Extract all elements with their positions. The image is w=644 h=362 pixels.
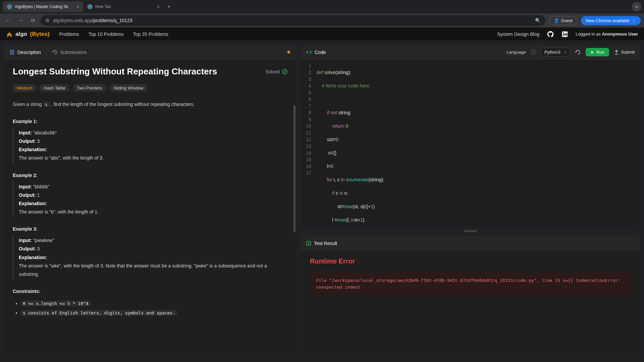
logo-icon [6,31,13,38]
nav-top10[interactable]: Top 10 Problems [89,32,124,37]
example-2: Example 2: Input: "bbbbb" Output: 1 Expl… [13,173,288,218]
reset-icon[interactable] [575,49,581,55]
window-controls [632,2,641,11]
problem-title: Longest Substring Without Repeating Char… [13,66,217,77]
tab-submissions[interactable]: Submissions [52,50,87,55]
app-header: algo {Bytes} Problems Top 10 Problems To… [0,27,644,41]
description-body: Longest Substring Without Repeating Char… [4,60,297,358]
browser-chrome: 🌐 AlgoBytes | Master Coding Sk × 🌐 New T… [0,0,644,27]
panel-resize-handle[interactable] [301,229,640,233]
divider [46,49,47,56]
globe-icon: 🌐 [87,4,93,9]
topic-tag[interactable]: Hash Table [40,84,69,92]
github-icon[interactable] [547,31,554,38]
main-layout: Description Submissions ★ Longest Substr… [0,41,644,362]
nav-problems[interactable]: Problems [59,32,79,37]
tab-title: AlgoBytes | Master Coding Sk [15,4,74,9]
problem-description: Given a string s , find the length of th… [13,101,288,109]
check-square-icon [306,241,311,246]
chrome-update-button[interactable]: New Chrome available ⋮ [581,16,641,25]
code-panel-header: Code Language i Python3 Run [301,45,640,60]
header-right: System Design Blog Logged in as Anonymou… [497,31,638,38]
result-panel: Test Result Runtime Error File "/workspa… [301,236,640,358]
line-gutter: 1234567891011121314151617 [301,62,317,223]
language-label: Language [506,50,526,55]
check-circle-icon [282,69,288,75]
constraints-heading: Constraints: [13,289,288,294]
tab-strip: 🌐 AlgoBytes | Master Coding Sk × 🌐 New T… [0,0,644,13]
tab-title: New Tab [95,4,154,9]
upload-icon [614,50,619,55]
description-panel-header: Description Submissions ★ [4,45,297,60]
back-button[interactable]: ← [3,16,13,25]
minimize-icon[interactable] [632,2,641,11]
tab-test-result[interactable]: Test Result [306,241,337,246]
code-panel: Code Language i Python3 Run [301,45,640,226]
reload-button[interactable]: ⟳ [29,16,37,25]
svg-point-2 [563,32,564,33]
topic-tag[interactable]: Sliding Window [109,84,147,92]
linkedin-icon[interactable] [561,31,568,38]
description-panel: Description Submissions ★ Longest Substr… [4,45,297,358]
result-panel-header: Test Result [301,236,640,251]
code-content[interactable]: def solve(string): # Write your code her… [317,62,640,223]
constraints-list: 0 <= s.length <= 5 * 10^4 s consists of … [13,299,288,317]
nav-blog[interactable]: System Design Blog [497,32,539,37]
right-column: Code Language i Python3 Run [301,45,640,358]
logged-in-status: Logged in as Anonymous User [576,32,638,37]
close-icon[interactable]: × [157,4,160,9]
language-select[interactable]: Python3 [541,48,570,57]
code-icon [306,49,312,55]
history-icon [52,50,57,55]
nav-top25[interactable]: Top 25 Problems [133,32,168,37]
code-editor[interactable]: 1234567891011121314151617 def solve(stri… [301,60,640,226]
star-icon[interactable]: ★ [286,49,291,56]
person-icon: 👤 [554,18,559,23]
tab-description[interactable]: Description [9,50,41,55]
play-icon [590,50,594,54]
browser-tab-active[interactable]: 🌐 AlgoBytes | Master Coding Sk × [3,1,83,12]
error-title: Runtime Error [310,257,631,265]
info-icon[interactable]: i [531,50,536,55]
guest-profile-button[interactable]: 👤 Guest [549,16,578,25]
run-button[interactable]: Run [586,48,609,56]
forward-button[interactable]: → [16,16,25,25]
url-text: algobytes.web.app/problems/q_10123 [53,18,132,23]
logo[interactable]: algo {Bytes} [6,31,50,38]
solved-badge: Solved [265,69,288,75]
tags-row: Medium Hash Table Two Pointers Sliding W… [13,84,288,92]
globe-icon: 🌐 [7,4,12,9]
document-icon [9,50,15,55]
tab-code[interactable]: Code [306,49,326,55]
new-tab-button[interactable]: + [164,2,174,12]
example-1: Example 1: Input: "abcabcbb" Output: 3 E… [13,119,288,164]
more-icon: ⋮ [632,18,636,23]
svg-rect-1 [563,33,564,36]
close-icon[interactable]: × [76,4,79,9]
site-settings-icon[interactable]: ⚙ [45,18,50,23]
topic-tag[interactable]: Two Pointers [73,84,106,92]
browser-tab-inactive[interactable]: 🌐 New Tab × [83,1,164,12]
url-input[interactable]: ⚙ algobytes.web.app/problems/q_10123 🔍 [41,15,545,26]
error-message: File "/workspace/local_storage/aec42b49-… [310,272,631,296]
result-body: Runtime Error File "/workspace/local_sto… [301,251,640,302]
submit-button[interactable]: Submit [614,50,635,55]
scrollbar[interactable] [293,105,296,233]
difficulty-tag: Medium [13,84,36,92]
example-3: Example 3: Input: "pwwkew" Output: 3 Exp… [13,226,288,280]
address-bar: ← → ⟳ ⚙ algobytes.web.app/problems/q_101… [0,13,644,27]
zoom-icon[interactable]: 🔍 [535,18,541,23]
